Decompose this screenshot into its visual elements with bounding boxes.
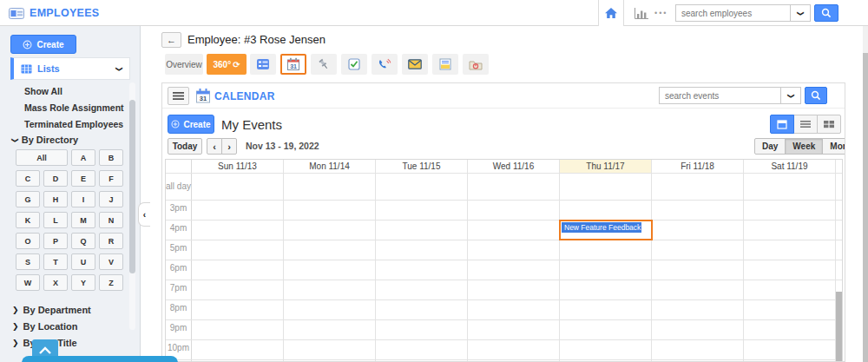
letter-button-b[interactable]: B	[99, 149, 123, 166]
reports-button[interactable]	[630, 0, 653, 26]
view-day-button[interactable]: Day	[754, 138, 786, 155]
all-day-cell-tue-11-15[interactable]	[376, 174, 468, 200]
letter-button-k[interactable]: K	[16, 212, 40, 228]
calendar-cell[interactable]	[560, 201, 652, 220]
calendar-cell[interactable]	[284, 300, 376, 319]
tab-pinned[interactable]	[311, 54, 337, 75]
tab-tasks[interactable]	[341, 54, 367, 75]
calendar-cell[interactable]	[468, 240, 560, 260]
sidebar-item-lists[interactable]: Lists	[10, 57, 130, 80]
calendar-cell[interactable]	[560, 320, 652, 339]
letter-button-p[interactable]: P	[43, 233, 68, 249]
calendar-cell[interactable]	[744, 220, 836, 240]
calendar-cell[interactable]	[192, 260, 284, 280]
all-day-cell-wed-11-16[interactable]	[468, 174, 560, 200]
tab-attachments[interactable]	[463, 54, 489, 75]
calendar-cell[interactable]	[284, 320, 376, 339]
calendar-cell[interactable]	[376, 340, 468, 359]
all-day-cell-sat-11-19[interactable]	[744, 174, 836, 200]
calendar-cell[interactable]	[652, 300, 744, 319]
create-event-button[interactable]: Create	[168, 115, 214, 134]
calendar-cell[interactable]	[376, 320, 468, 339]
letter-button-u[interactable]: U	[71, 253, 95, 270]
tab-notes[interactable]	[432, 54, 458, 75]
calendar-cell[interactable]	[284, 340, 376, 359]
tab-360-view[interactable]: 360°	[207, 54, 247, 75]
sidebar-link-show-all[interactable]: Show All	[24, 83, 128, 100]
calendar-cell[interactable]	[192, 240, 284, 260]
more-menu-button[interactable]	[654, 0, 667, 26]
letter-button-n[interactable]: N	[99, 212, 123, 228]
tab-calendar[interactable]: 31	[280, 54, 306, 75]
calendar-cell[interactable]	[192, 280, 284, 299]
calendar-cell[interactable]	[652, 201, 744, 220]
view-month-button[interactable]: Month	[822, 138, 845, 155]
calendar-cell[interactable]	[560, 340, 652, 359]
letter-button-w[interactable]: W	[16, 274, 40, 291]
calendar-cell[interactable]	[468, 280, 560, 299]
sidebar-group-by-directory[interactable]: By Directory	[12, 135, 78, 145]
letter-button-all[interactable]: All	[16, 149, 68, 166]
calendar-cell[interactable]	[652, 220, 744, 240]
letter-button-z[interactable]: Z	[99, 274, 123, 291]
letter-button-y[interactable]: Y	[71, 274, 95, 291]
calendar-cell[interactable]	[744, 240, 836, 260]
letter-button-g[interactable]: G	[16, 191, 40, 207]
calendar-cell[interactable]	[284, 260, 376, 280]
calendar-cell[interactable]	[468, 300, 560, 319]
calendar-cell[interactable]	[468, 320, 560, 339]
sidebar-link-terminated-employees[interactable]: Terminated Employees	[24, 116, 128, 133]
calendar-cell[interactable]	[284, 220, 376, 240]
calendar-cell[interactable]	[560, 260, 652, 280]
tab-details[interactable]	[250, 54, 276, 75]
calendar-cell[interactable]	[468, 201, 560, 220]
today-button[interactable]: Today	[168, 138, 202, 155]
next-week-button[interactable]	[221, 138, 237, 155]
calendar-cell[interactable]	[652, 340, 744, 359]
calendar-cell[interactable]	[192, 300, 284, 319]
calendar-cell[interactable]	[376, 240, 468, 260]
search-employees-button[interactable]	[814, 4, 838, 22]
letter-button-c[interactable]: C	[16, 170, 40, 187]
calendar-cell[interactable]	[468, 260, 560, 280]
letter-button-t[interactable]: T	[43, 253, 68, 270]
search-employees-input[interactable]	[675, 4, 790, 22]
calendar-cell[interactable]	[560, 240, 652, 260]
tab-calls[interactable]	[372, 54, 398, 75]
letter-button-a[interactable]: A	[71, 149, 95, 166]
panel-menu-button[interactable]	[168, 87, 189, 105]
letter-button-s[interactable]: S	[16, 253, 40, 270]
calendar-cell[interactable]	[744, 300, 836, 319]
calendar-cell[interactable]	[192, 220, 284, 240]
calendar-cell[interactable]	[192, 201, 284, 220]
calendar-cell[interactable]	[192, 320, 284, 339]
selected-event-cell[interactable]: New Feature Feedback	[560, 220, 652, 240]
back-button[interactable]	[161, 32, 181, 48]
calendar-cell[interactable]	[376, 280, 468, 299]
search-options-dropdown[interactable]	[790, 4, 811, 22]
letter-button-x[interactable]: X	[43, 274, 68, 291]
search-events-button[interactable]	[805, 87, 827, 104]
search-events-input[interactable]	[659, 87, 780, 104]
tab-email[interactable]	[402, 54, 428, 75]
calendar-cell[interactable]	[284, 201, 376, 220]
sidebar-scrollbar-thumb[interactable]	[129, 100, 135, 273]
calendar-cell[interactable]	[376, 201, 468, 220]
letter-button-e[interactable]: E	[71, 170, 95, 187]
calendar-cell[interactable]	[652, 280, 744, 299]
sidebar-link-mass-role-assignment[interactable]: Mass Role Assignment	[24, 100, 128, 116]
calendar-cell[interactable]	[376, 260, 468, 280]
letter-button-l[interactable]: L	[43, 212, 68, 228]
letter-button-i[interactable]: I	[71, 191, 95, 207]
calendar-scrollbar-thumb[interactable]	[836, 292, 842, 362]
create-button[interactable]: Create	[10, 35, 76, 54]
event-search-options-dropdown[interactable]	[780, 87, 801, 104]
calendar-cell[interactable]	[744, 260, 836, 280]
calendar-cell[interactable]	[284, 240, 376, 260]
calendar-cell[interactable]	[652, 260, 744, 280]
all-day-cell-sun-11-13[interactable]	[192, 174, 284, 200]
letter-button-r[interactable]: R	[99, 233, 123, 249]
calendar-cell[interactable]	[560, 300, 652, 319]
page-scrollbar-thumb[interactable]	[863, 53, 868, 362]
calendar-cell[interactable]	[376, 220, 468, 240]
